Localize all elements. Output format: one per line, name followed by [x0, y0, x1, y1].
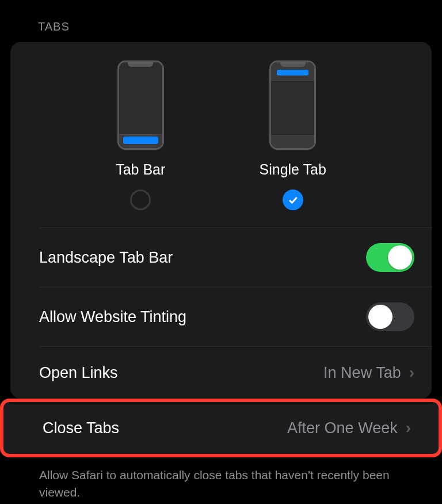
row-value: In New Tab [323, 364, 401, 382]
layout-option-tab-bar[interactable]: Tab Bar [116, 60, 165, 210]
phone-preview-single-tab-icon [269, 60, 316, 150]
switch-knob-icon [388, 245, 412, 270]
row-value: After One Week [287, 419, 398, 437]
layout-option-single-tab[interactable]: Single Tab [260, 60, 326, 210]
layout-label-single-tab: Single Tab [260, 161, 326, 178]
tab-layout-options: Tab Bar Single Tab [10, 60, 432, 228]
radio-checked-icon[interactable] [283, 190, 303, 210]
switch-landscape-tab-bar[interactable] [366, 243, 414, 272]
footer-text: Allow Safari to automatically close tabs… [10, 457, 432, 504]
section-body: Tab Bar Single Tab Landscape Tab Bar [10, 42, 432, 399]
chevron-right-icon: › [406, 419, 411, 437]
section-header: TABS [10, 20, 432, 33]
row-landscape-tab-bar: Landscape Tab Bar [10, 228, 432, 287]
row-open-links[interactable]: Open Links In New Tab › [10, 347, 432, 399]
highlight-box-close-tabs: Close Tabs After One Week › [0, 399, 442, 457]
phone-preview-tab-bar-icon [117, 60, 164, 150]
row-label: Close Tabs [43, 419, 119, 437]
row-label: Landscape Tab Bar [39, 249, 173, 267]
row-right: In New Tab › [323, 363, 414, 382]
row-label: Open Links [39, 364, 118, 382]
row-close-tabs[interactable]: Close Tabs After One Week › [3, 402, 439, 454]
tabs-settings-section: TABS Tab Bar Single Tab [0, 0, 442, 504]
row-label: Allow Website Tinting [39, 308, 186, 326]
switch-allow-website-tinting[interactable] [366, 302, 414, 331]
chevron-right-icon: › [409, 363, 414, 382]
row-allow-website-tinting: Allow Website Tinting [10, 287, 432, 346]
radio-unchecked-icon[interactable] [130, 190, 151, 210]
row-right: After One Week › [287, 419, 411, 437]
layout-label-tab-bar: Tab Bar [116, 161, 165, 178]
switch-knob-icon [368, 305, 393, 329]
